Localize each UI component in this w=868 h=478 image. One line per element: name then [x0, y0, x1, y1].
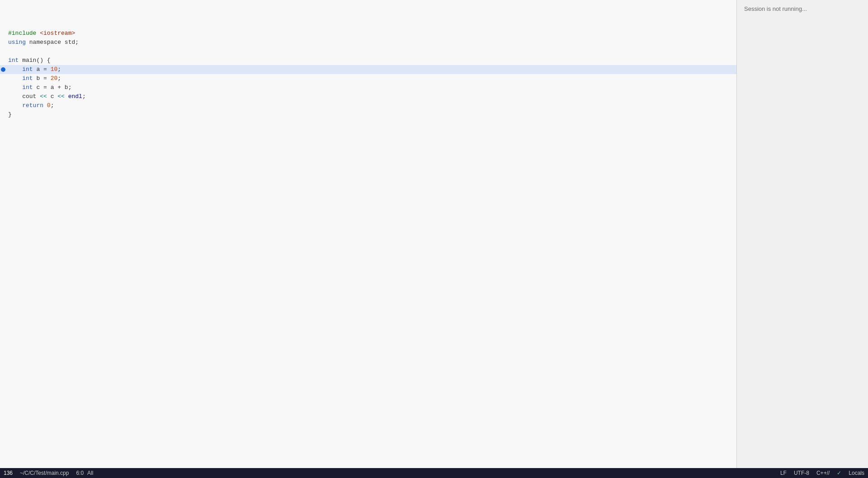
breakpoint-gutter-9 — [0, 101, 6, 110]
token: c — [33, 84, 43, 91]
code-line-8[interactable]: cout << c << endl; — [0, 92, 736, 101]
line-content-4: int main() { — [6, 56, 736, 65]
breakpoint-gutter-2 — [0, 38, 6, 47]
token: c — [47, 93, 57, 100]
main-area: #include <iostream>using namespace std;i… — [0, 0, 868, 468]
status-cursor-pos: 6:0 All — [76, 470, 93, 476]
breakpoint-gutter-8 — [0, 92, 6, 101]
code-line-10[interactable]: } — [0, 110, 736, 119]
breakpoint-gutter-7 — [0, 83, 6, 92]
token: ; — [57, 75, 61, 82]
token: ; — [82, 93, 86, 100]
token — [47, 75, 51, 82]
token: int — [8, 57, 19, 64]
token: ; — [57, 66, 61, 73]
status-charset: UTF-8 — [794, 470, 809, 476]
breakpoint-dot-5 — [1, 67, 5, 72]
code-line-4[interactable]: int main() { — [0, 56, 736, 65]
status-filepath: ~/C/C/Test/main.cpp — [20, 470, 69, 476]
breakpoint-gutter-3 — [0, 47, 6, 56]
code-line-2[interactable]: using namespace std; — [0, 38, 736, 47]
token: namespace — [26, 39, 65, 46]
code-line-7[interactable]: int c = a + b; — [0, 83, 736, 92]
token: cout — [22, 93, 40, 100]
status-right-group: LF UTF-8 C++// ✓ Locals — [780, 470, 864, 476]
token: = — [43, 75, 47, 82]
token: using — [8, 39, 26, 46]
token: + — [57, 84, 61, 91]
line-content-5: int a = 10; — [6, 65, 736, 74]
token — [8, 75, 22, 82]
token: = — [43, 66, 47, 73]
status-locals[interactable]: Locals — [849, 470, 864, 476]
token: endl — [68, 93, 82, 100]
token: b — [61, 84, 68, 91]
token: = — [43, 84, 47, 91]
line-content-8: cout << c << endl; — [6, 92, 736, 101]
line-content-10: } — [6, 110, 736, 119]
token: 10 — [51, 66, 58, 73]
status-bar: 136 ~/C/C/Test/main.cpp 6:0 All LF UTF-8… — [0, 468, 868, 478]
breakpoint-gutter-10 — [0, 110, 6, 119]
code-container: #include <iostream>using namespace std;i… — [0, 0, 736, 121]
status-language: C++// — [816, 470, 830, 476]
code-line-6[interactable]: int b = 20; — [0, 74, 736, 83]
token: 20 — [51, 75, 58, 82]
token — [8, 102, 22, 109]
token: 0 — [47, 102, 51, 109]
token — [8, 66, 22, 73]
token: a — [33, 66, 43, 73]
breakpoint-gutter-4 — [0, 56, 6, 65]
breakpoint-gutter-1 — [0, 29, 6, 38]
token — [47, 66, 51, 73]
token: main — [19, 57, 36, 64]
token — [8, 84, 22, 91]
line-content-1: #include <iostream> — [6, 29, 736, 38]
token — [8, 93, 22, 100]
token: int — [22, 75, 33, 82]
code-line-5[interactable]: int a = 10; — [0, 65, 736, 74]
status-all-label: All — [87, 470, 93, 476]
line-content-6: int b = 20; — [6, 74, 736, 83]
token — [43, 102, 47, 109]
token: } — [8, 111, 12, 118]
token — [65, 93, 68, 100]
token: int — [22, 84, 33, 91]
token: b — [33, 75, 43, 82]
code-line-3[interactable] — [0, 47, 736, 56]
token: () { — [36, 57, 50, 64]
token: a — [47, 84, 57, 91]
token: int — [22, 66, 33, 73]
token: << — [57, 93, 65, 100]
token: << — [40, 93, 47, 100]
breakpoint-gutter-5 — [0, 65, 6, 74]
breakpoint-gutter-6 — [0, 74, 6, 83]
status-cursor-pos-value: 6:0 — [76, 470, 84, 476]
debug-panel: Session is not running... — [737, 0, 868, 468]
status-check-icon: ✓ — [837, 470, 841, 476]
code-line-1[interactable]: #include <iostream> — [0, 29, 736, 38]
line-content-7: int c = a + b; — [6, 83, 736, 92]
token: #include — [8, 30, 40, 37]
token: <iostream> — [40, 30, 75, 37]
token: std — [65, 39, 75, 46]
token: ; — [75, 39, 79, 46]
token: ; — [51, 102, 54, 109]
token: ; — [68, 84, 72, 91]
line-content-9: return 0; — [6, 101, 736, 110]
editor-panel[interactable]: #include <iostream>using namespace std;i… — [0, 0, 737, 468]
token: return — [22, 102, 43, 109]
line-content-2: using namespace std; — [6, 38, 736, 47]
status-encoding: LF — [780, 470, 787, 476]
code-line-9[interactable]: return 0; — [0, 101, 736, 110]
debug-session-status: Session is not running... — [737, 0, 868, 18]
status-line-number: 136 — [4, 470, 13, 476]
line-content-3 — [6, 47, 736, 56]
